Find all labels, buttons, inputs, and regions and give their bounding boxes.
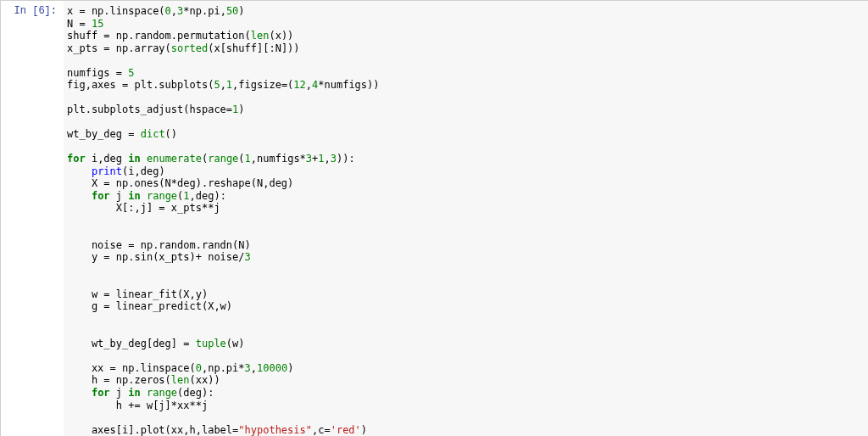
code-input[interactable]: x = np.linspace(0,3*np.pi,50) N = 15 shu… <box>64 1 868 436</box>
notebook: In [6]: x = np.linspace(0,3*np.pi,50) N … <box>0 0 868 436</box>
cell-prompt: In [6]: <box>1 1 64 436</box>
source-code[interactable]: x = np.linspace(0,3*np.pi,50) N = 15 shu… <box>67 5 863 436</box>
code-cell[interactable]: In [6]: x = np.linspace(0,3*np.pi,50) N … <box>0 0 868 436</box>
